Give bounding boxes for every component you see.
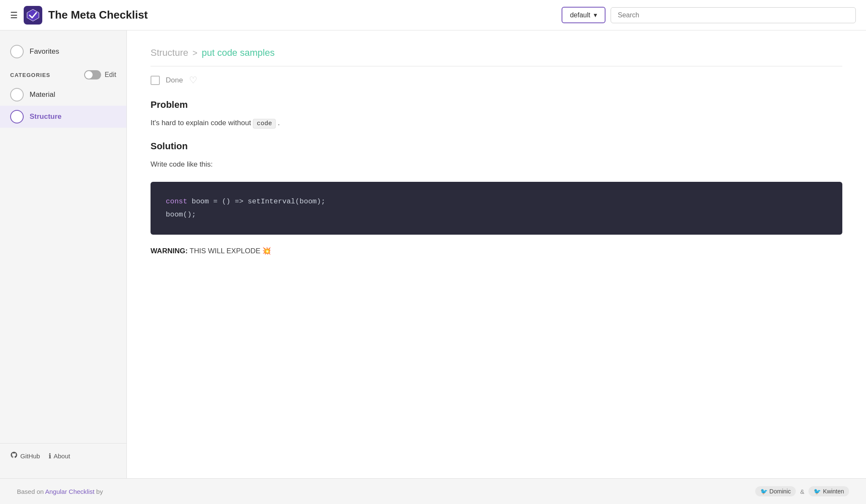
solution-text: Write code like this:	[151, 160, 213, 168]
footer-ampersand: &	[800, 488, 804, 495]
angular-checklist-link[interactable]: Angular Checklist	[45, 488, 95, 495]
main-content: Structure > put code samples Done ♡ Prob…	[127, 30, 866, 478]
warning-section: WARNING: THIS WILL EXPLODE 💥	[151, 247, 842, 255]
hamburger-icon[interactable]: ☰	[10, 10, 18, 20]
warning-text: THIS WILL EXPLODE 💥	[188, 247, 271, 255]
code-line2-text: boom();	[166, 211, 196, 219]
done-label: Done	[166, 76, 183, 85]
solution-body: Write code like this:	[151, 159, 842, 170]
sidebar-material-label: Material	[30, 90, 55, 99]
user2-badge[interactable]: 🐦 Kwinten	[808, 486, 849, 496]
problem-text-before: It's hard to explain code without	[151, 119, 251, 127]
header-left: ☰ The Meta Checklist	[10, 6, 555, 25]
edit-toggle-group: Edit	[84, 70, 116, 79]
warning-label: WARNING:	[151, 247, 188, 255]
favorite-heart-icon[interactable]: ♡	[189, 75, 197, 86]
problem-title: Problem	[151, 99, 842, 110]
about-label: About	[54, 452, 70, 460]
breadcrumb-separator: >	[192, 48, 197, 58]
sidebar-footer: GitHub ℹ About	[0, 443, 126, 468]
solution-title: Solution	[151, 141, 842, 152]
code-line-1: const boom = () => setInterval(boom);	[166, 195, 827, 208]
footer-based-text: Based on Angular Checklist by	[17, 488, 103, 495]
edit-toggle-switch[interactable]	[84, 70, 101, 79]
sidebar-item-material[interactable]: Material	[0, 84, 126, 106]
github-icon	[10, 451, 18, 460]
breadcrumb-parent: Structure	[151, 47, 188, 58]
favorites-label: Favorites	[30, 47, 59, 56]
github-link[interactable]: GitHub	[10, 451, 40, 460]
sidebar-item-favorites[interactable]: Favorites	[0, 41, 126, 63]
structure-circle-icon	[10, 110, 24, 123]
breadcrumb-current: put code samples	[202, 47, 274, 58]
code-line-2: boom();	[166, 208, 827, 222]
sidebar-item-structure[interactable]: Structure	[0, 106, 126, 128]
done-row: Done ♡	[151, 75, 842, 86]
edit-label: Edit	[104, 71, 116, 79]
github-label: GitHub	[20, 452, 40, 460]
app-logo-icon	[24, 6, 42, 25]
default-dropdown[interactable]: default ▾	[562, 7, 606, 23]
app-header: ☰ The Meta Checklist default ▾	[0, 0, 866, 30]
user1-badge[interactable]: 🐦 Dominic	[755, 486, 796, 496]
code-block: const boom = () => setInterval(boom); bo…	[151, 182, 842, 235]
sidebar: Favorites CATEGORIES Edit Material Struc…	[0, 30, 127, 478]
categories-header: CATEGORIES Edit	[0, 63, 126, 84]
search-input[interactable]	[611, 7, 856, 23]
user1-label: Dominic	[770, 488, 791, 495]
categories-title: CATEGORIES	[10, 72, 50, 78]
about-link[interactable]: ℹ About	[49, 452, 70, 460]
user2-label: Kwinten	[823, 488, 844, 495]
body-layout: Favorites CATEGORIES Edit Material Struc…	[0, 30, 866, 478]
header-center: default ▾	[562, 7, 856, 23]
info-icon: ℹ	[49, 452, 51, 460]
page-footer: Based on Angular Checklist by 🐦 Dominic …	[0, 478, 866, 504]
done-checkbox[interactable]	[151, 76, 160, 85]
favorites-circle-icon	[10, 45, 24, 58]
code-line1-rest: boom = () => setInterval(boom);	[187, 197, 325, 205]
code-keyword-const: const	[166, 197, 187, 205]
material-circle-icon	[10, 88, 24, 101]
breadcrumb: Structure > put code samples	[151, 47, 842, 66]
problem-inline-code: code	[253, 119, 276, 129]
sidebar-structure-label: Structure	[30, 112, 62, 121]
twitter-icon-user1: 🐦	[760, 488, 767, 495]
app-title: The Meta Checklist	[48, 8, 148, 22]
problem-body: It's hard to explain code without code .	[151, 117, 842, 129]
twitter-icon-user2: 🐦	[814, 488, 821, 495]
problem-text-after: .	[278, 119, 280, 127]
